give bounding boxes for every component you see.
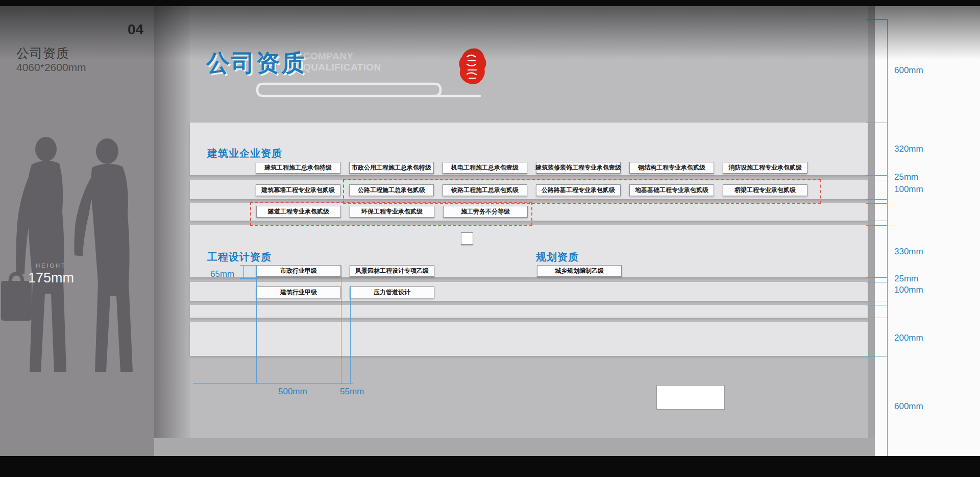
small-white-square [461, 232, 473, 245]
ruler-label: 600mm [894, 65, 923, 76]
ruler-tick [866, 123, 887, 123]
ruler-label: 100mm [894, 285, 923, 295]
blank-white-box [656, 385, 725, 410]
section-title-design: 工程设计资质 [207, 250, 272, 264]
ruler-line [887, 19, 888, 456]
dim-plaque-height: 65mm [210, 269, 234, 279]
dim-line [256, 266, 257, 383]
ruler-tick [866, 221, 887, 221]
wall-base-strip [154, 438, 875, 456]
dim-line [240, 265, 256, 266]
paperclip-divider-icon [255, 81, 485, 100]
qualification-plaque: 建筑幕墙工程专业承包贰级 [256, 184, 340, 196]
design-sheet: 04 公司资质 4060*2600mm HEIGHT 175mm 公司资质 CO… [0, 0, 980, 477]
qualification-plaque: 建筑行业甲级 [256, 287, 341, 298]
people-silhouette-illustration [0, 128, 153, 375]
top-black-band [0, 0, 980, 6]
dim-plaque-width: 500mm [278, 387, 307, 397]
ruler-tick [866, 305, 887, 305]
ruler-label: 600mm [894, 401, 923, 412]
ruler-label: 200mm [894, 333, 923, 343]
ruler-tick [866, 203, 887, 204]
plaque-row-planning-1: 城乡规划编制乙级 [537, 265, 622, 277]
dim-line [193, 383, 353, 384]
sheet-dimensions: 4060*2600mm [16, 61, 86, 74]
wall-right-edge [868, 6, 875, 456]
ruler-label: 100mm [894, 184, 923, 195]
ruler-tick [866, 175, 887, 176]
highlight-dashed-rect-2 [250, 202, 532, 226]
ruler-tick [866, 180, 887, 180]
measurement-margin [875, 6, 980, 456]
top-shadow-gradient [0, 6, 980, 60]
plaque-row-construction-1: 建筑工程施工总承包特级市政公用工程施工总承包特级机电工程施工总承包壹级建筑装修装… [256, 162, 807, 174]
qualification-plaque: 风景园林工程设计专项乙级 [350, 265, 434, 277]
ruler-tick [866, 282, 887, 282]
qualification-plaque: 机电工程施工总承包壹级 [443, 162, 527, 174]
ruler-label: 25mm [894, 172, 918, 182]
ruler-tick [866, 301, 887, 301]
height-value: 175mm [24, 270, 78, 286]
qualification-plaque: 市政行业甲级 [256, 265, 341, 277]
height-annotation: HEIGHT 175mm [24, 263, 78, 286]
qualification-plaque: 钢结构工程专业承包贰级 [629, 162, 714, 174]
qualification-plaque: 压力管道设计 [350, 287, 434, 298]
section-title-planning: 规划资质 [536, 250, 579, 264]
ruler-label: 25mm [894, 274, 918, 284]
height-label: HEIGHT [24, 263, 78, 269]
ruler-tick [866, 277, 887, 278]
plaque-row-design-2: 建筑行业甲级压力管道设计 [256, 287, 434, 298]
dim-line [243, 265, 244, 279]
bottom-black-band [0, 456, 980, 477]
dim-line [240, 278, 256, 279]
ruler-tick [866, 356, 887, 356]
qualification-plaque: 建筑装修装饰工程专业承包壹级 [536, 162, 621, 174]
ruler-label: 320mm [894, 144, 923, 154]
ruler-tick [866, 322, 887, 322]
wall-band [190, 305, 868, 318]
wall-band [190, 322, 868, 356]
ruler-label: 330mm [894, 247, 923, 257]
highlight-dashed-rect-1 [343, 179, 821, 204]
ruler-tick [866, 225, 887, 226]
panel-wall-shadow [154, 6, 190, 456]
section-title-construction: 建筑业企业资质 [207, 147, 282, 160]
ruler-tick [866, 199, 887, 200]
ruler-tick [866, 318, 887, 318]
dim-line [341, 266, 341, 383]
wall-title-en-line2: QUALIFICATION [303, 62, 381, 73]
plaque-row-design-1: 市政行业甲级风景园林工程设计专项乙级 [256, 265, 434, 277]
qualification-plaque: 市政公用工程施工总承包特级 [349, 162, 434, 174]
qualification-plaque: 城乡规划编制乙级 [537, 265, 622, 277]
qualification-plaque: 建筑工程施工总承包特级 [256, 162, 340, 174]
dim-line [350, 286, 351, 383]
qualification-plaque: 消防设施工程专业承包贰级 [723, 162, 807, 174]
dim-plaque-gap: 55mm [340, 387, 364, 397]
